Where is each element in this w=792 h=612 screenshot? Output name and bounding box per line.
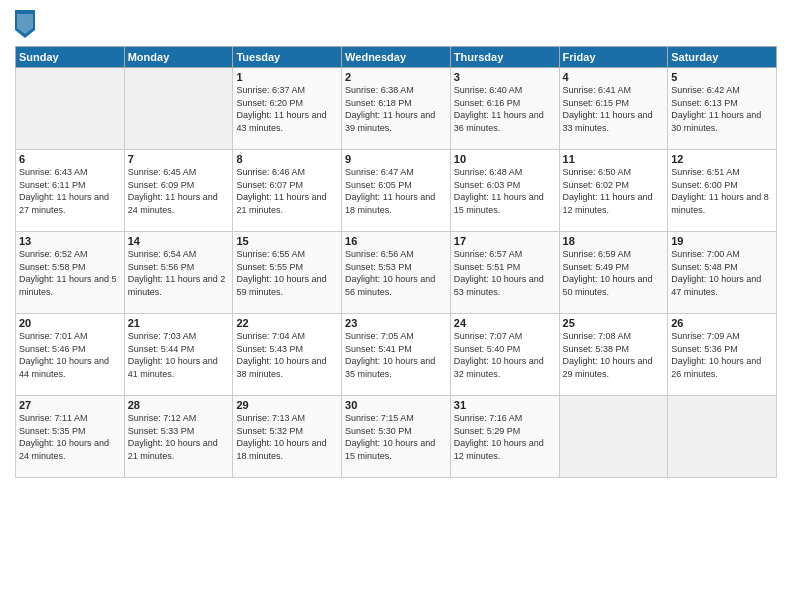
logo-icon <box>15 10 35 38</box>
day-cell: 30Sunrise: 7:15 AMSunset: 5:30 PMDayligh… <box>342 396 451 478</box>
week-row-5: 27Sunrise: 7:11 AMSunset: 5:35 PMDayligh… <box>16 396 777 478</box>
day-number: 29 <box>236 399 338 411</box>
cell-info: Sunrise: 6:41 AMSunset: 6:15 PMDaylight:… <box>563 84 665 134</box>
day-cell: 11Sunrise: 6:50 AMSunset: 6:02 PMDayligh… <box>559 150 668 232</box>
day-cell: 15Sunrise: 6:55 AMSunset: 5:55 PMDayligh… <box>233 232 342 314</box>
week-row-3: 13Sunrise: 6:52 AMSunset: 5:58 PMDayligh… <box>16 232 777 314</box>
day-number: 14 <box>128 235 230 247</box>
day-cell: 12Sunrise: 6:51 AMSunset: 6:00 PMDayligh… <box>668 150 777 232</box>
day-cell: 17Sunrise: 6:57 AMSunset: 5:51 PMDayligh… <box>450 232 559 314</box>
day-cell: 8Sunrise: 6:46 AMSunset: 6:07 PMDaylight… <box>233 150 342 232</box>
day-number: 31 <box>454 399 556 411</box>
day-number: 25 <box>563 317 665 329</box>
day-cell: 21Sunrise: 7:03 AMSunset: 5:44 PMDayligh… <box>124 314 233 396</box>
day-number: 3 <box>454 71 556 83</box>
day-cell: 18Sunrise: 6:59 AMSunset: 5:49 PMDayligh… <box>559 232 668 314</box>
cell-info: Sunrise: 7:11 AMSunset: 5:35 PMDaylight:… <box>19 412 121 462</box>
weekday-saturday: Saturday <box>668 47 777 68</box>
cell-info: Sunrise: 6:46 AMSunset: 6:07 PMDaylight:… <box>236 166 338 216</box>
weekday-monday: Monday <box>124 47 233 68</box>
day-number: 1 <box>236 71 338 83</box>
cell-info: Sunrise: 6:38 AMSunset: 6:18 PMDaylight:… <box>345 84 447 134</box>
day-number: 22 <box>236 317 338 329</box>
cell-info: Sunrise: 6:59 AMSunset: 5:49 PMDaylight:… <box>563 248 665 298</box>
cell-info: Sunrise: 6:40 AMSunset: 6:16 PMDaylight:… <box>454 84 556 134</box>
day-cell <box>124 68 233 150</box>
day-number: 27 <box>19 399 121 411</box>
cell-info: Sunrise: 7:04 AMSunset: 5:43 PMDaylight:… <box>236 330 338 380</box>
cell-info: Sunrise: 6:42 AMSunset: 6:13 PMDaylight:… <box>671 84 773 134</box>
weekday-wednesday: Wednesday <box>342 47 451 68</box>
day-cell: 31Sunrise: 7:16 AMSunset: 5:29 PMDayligh… <box>450 396 559 478</box>
cell-info: Sunrise: 6:48 AMSunset: 6:03 PMDaylight:… <box>454 166 556 216</box>
day-cell: 2Sunrise: 6:38 AMSunset: 6:18 PMDaylight… <box>342 68 451 150</box>
cell-info: Sunrise: 6:45 AMSunset: 6:09 PMDaylight:… <box>128 166 230 216</box>
cell-info: Sunrise: 7:08 AMSunset: 5:38 PMDaylight:… <box>563 330 665 380</box>
cell-info: Sunrise: 7:05 AMSunset: 5:41 PMDaylight:… <box>345 330 447 380</box>
page: SundayMondayTuesdayWednesdayThursdayFrid… <box>0 0 792 612</box>
day-cell: 19Sunrise: 7:00 AMSunset: 5:48 PMDayligh… <box>668 232 777 314</box>
day-number: 13 <box>19 235 121 247</box>
day-cell: 26Sunrise: 7:09 AMSunset: 5:36 PMDayligh… <box>668 314 777 396</box>
cell-info: Sunrise: 6:55 AMSunset: 5:55 PMDaylight:… <box>236 248 338 298</box>
cell-info: Sunrise: 7:12 AMSunset: 5:33 PMDaylight:… <box>128 412 230 462</box>
day-number: 12 <box>671 153 773 165</box>
cell-info: Sunrise: 7:13 AMSunset: 5:32 PMDaylight:… <box>236 412 338 462</box>
weekday-friday: Friday <box>559 47 668 68</box>
day-cell <box>559 396 668 478</box>
cell-info: Sunrise: 7:03 AMSunset: 5:44 PMDaylight:… <box>128 330 230 380</box>
day-number: 16 <box>345 235 447 247</box>
day-number: 26 <box>671 317 773 329</box>
day-number: 4 <box>563 71 665 83</box>
day-cell: 20Sunrise: 7:01 AMSunset: 5:46 PMDayligh… <box>16 314 125 396</box>
day-number: 11 <box>563 153 665 165</box>
day-cell <box>16 68 125 150</box>
day-number: 24 <box>454 317 556 329</box>
day-cell: 27Sunrise: 7:11 AMSunset: 5:35 PMDayligh… <box>16 396 125 478</box>
day-cell: 22Sunrise: 7:04 AMSunset: 5:43 PMDayligh… <box>233 314 342 396</box>
day-cell: 13Sunrise: 6:52 AMSunset: 5:58 PMDayligh… <box>16 232 125 314</box>
cell-info: Sunrise: 6:57 AMSunset: 5:51 PMDaylight:… <box>454 248 556 298</box>
day-cell: 10Sunrise: 6:48 AMSunset: 6:03 PMDayligh… <box>450 150 559 232</box>
day-number: 2 <box>345 71 447 83</box>
day-cell: 7Sunrise: 6:45 AMSunset: 6:09 PMDaylight… <box>124 150 233 232</box>
header <box>15 10 777 38</box>
cell-info: Sunrise: 6:47 AMSunset: 6:05 PMDaylight:… <box>345 166 447 216</box>
cell-info: Sunrise: 6:37 AMSunset: 6:20 PMDaylight:… <box>236 84 338 134</box>
day-cell <box>668 396 777 478</box>
day-number: 5 <box>671 71 773 83</box>
cell-info: Sunrise: 7:16 AMSunset: 5:29 PMDaylight:… <box>454 412 556 462</box>
day-cell: 5Sunrise: 6:42 AMSunset: 6:13 PMDaylight… <box>668 68 777 150</box>
cell-info: Sunrise: 7:07 AMSunset: 5:40 PMDaylight:… <box>454 330 556 380</box>
cell-info: Sunrise: 6:52 AMSunset: 5:58 PMDaylight:… <box>19 248 121 298</box>
day-number: 28 <box>128 399 230 411</box>
day-cell: 25Sunrise: 7:08 AMSunset: 5:38 PMDayligh… <box>559 314 668 396</box>
logo <box>15 10 39 38</box>
day-number: 9 <box>345 153 447 165</box>
cell-info: Sunrise: 7:01 AMSunset: 5:46 PMDaylight:… <box>19 330 121 380</box>
cell-info: Sunrise: 7:09 AMSunset: 5:36 PMDaylight:… <box>671 330 773 380</box>
cell-info: Sunrise: 7:00 AMSunset: 5:48 PMDaylight:… <box>671 248 773 298</box>
week-row-2: 6Sunrise: 6:43 AMSunset: 6:11 PMDaylight… <box>16 150 777 232</box>
day-number: 10 <box>454 153 556 165</box>
day-cell: 28Sunrise: 7:12 AMSunset: 5:33 PMDayligh… <box>124 396 233 478</box>
calendar-table: SundayMondayTuesdayWednesdayThursdayFrid… <box>15 46 777 478</box>
day-cell: 4Sunrise: 6:41 AMSunset: 6:15 PMDaylight… <box>559 68 668 150</box>
day-number: 30 <box>345 399 447 411</box>
cell-info: Sunrise: 6:54 AMSunset: 5:56 PMDaylight:… <box>128 248 230 298</box>
weekday-thursday: Thursday <box>450 47 559 68</box>
day-number: 15 <box>236 235 338 247</box>
day-cell: 6Sunrise: 6:43 AMSunset: 6:11 PMDaylight… <box>16 150 125 232</box>
day-number: 23 <box>345 317 447 329</box>
cell-info: Sunrise: 6:50 AMSunset: 6:02 PMDaylight:… <box>563 166 665 216</box>
day-cell: 16Sunrise: 6:56 AMSunset: 5:53 PMDayligh… <box>342 232 451 314</box>
day-number: 8 <box>236 153 338 165</box>
cell-info: Sunrise: 6:43 AMSunset: 6:11 PMDaylight:… <box>19 166 121 216</box>
day-number: 21 <box>128 317 230 329</box>
day-cell: 3Sunrise: 6:40 AMSunset: 6:16 PMDaylight… <box>450 68 559 150</box>
cell-info: Sunrise: 7:15 AMSunset: 5:30 PMDaylight:… <box>345 412 447 462</box>
day-cell: 29Sunrise: 7:13 AMSunset: 5:32 PMDayligh… <box>233 396 342 478</box>
day-number: 18 <box>563 235 665 247</box>
cell-info: Sunrise: 6:56 AMSunset: 5:53 PMDaylight:… <box>345 248 447 298</box>
day-number: 17 <box>454 235 556 247</box>
